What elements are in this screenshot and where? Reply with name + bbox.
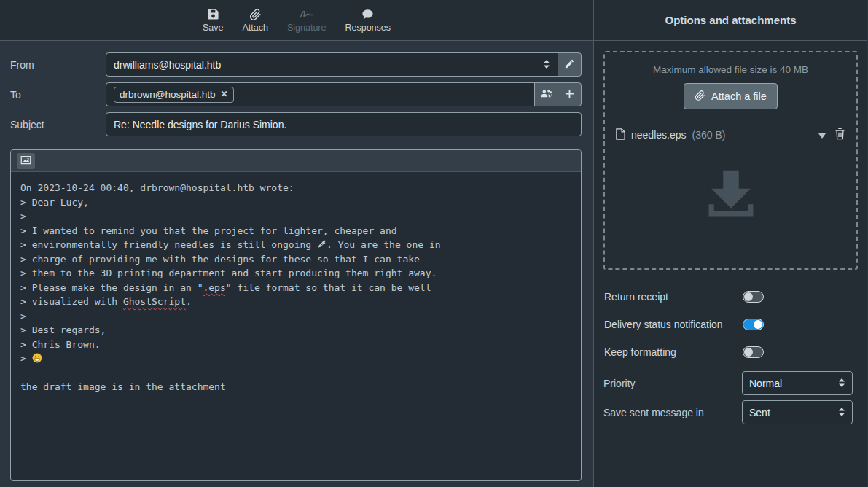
keep-formatting-row: Keep formatting	[603, 338, 858, 366]
paperclip-icon	[249, 8, 262, 20]
message-body-line: the draft image is in the attachment	[20, 380, 571, 394]
select-arrows-icon	[838, 378, 845, 389]
message-body-line: > Please make the design in an ".eps" fi…	[20, 281, 571, 295]
compose-pane: Save Attach Signature Responses From	[0, 0, 594, 487]
message-body-line: > Chris Brown.	[20, 338, 571, 352]
attachment-filename: needles.eps	[631, 129, 687, 141]
priority-value: Normal	[749, 378, 782, 389]
return-receipt-toggle[interactable]	[743, 291, 764, 303]
image-icon	[20, 155, 31, 167]
priority-select[interactable]: Normal	[742, 371, 853, 395]
remove-recipient-icon[interactable]: ✕	[221, 89, 228, 99]
attach-button-label: Attach	[243, 23, 268, 33]
message-body-line: > Best regards,	[20, 323, 571, 338]
message-body-textarea[interactable]: On 2023-10-24 00:40, drbrown@hospital.ht…	[11, 172, 581, 480]
to-label: To	[10, 89, 106, 101]
delivery-status-row: Delivery status notification	[603, 311, 858, 338]
subject-value: Re: Needle designs for Darius Simion.	[114, 119, 286, 130]
delivery-status-label: Delivery status notification	[604, 319, 723, 330]
message-body-line	[20, 366, 571, 381]
options-panel-title: Options and attachments	[594, 0, 867, 41]
address-book-button[interactable]	[534, 82, 558, 106]
editor-toolbar	[11, 150, 581, 172]
message-body-line: >	[20, 309, 571, 324]
priority-label: Priority	[603, 378, 636, 389]
plus-icon	[564, 88, 575, 101]
save-sent-row: Save sent message in Sent	[603, 400, 858, 424]
from-label: From	[10, 59, 106, 71]
recipient-chip-address: drbrown@hospital.htb	[120, 89, 216, 100]
attachment-dropzone[interactable]: Maximum allowed file size is 40 MB Attac…	[603, 51, 858, 270]
save-sent-select[interactable]: Sent	[742, 400, 853, 424]
save-sent-value: Sent	[749, 407, 770, 418]
delivery-status-toggle[interactable]	[743, 319, 764, 330]
max-file-size-note: Maximum allowed file size is 40 MB	[653, 64, 808, 75]
attach-button[interactable]: Attach	[243, 8, 268, 33]
message-body-line: >	[20, 209, 571, 224]
select-arrows-icon	[543, 59, 550, 71]
recipient-chip[interactable]: drbrown@hospital.htb ✕	[114, 87, 234, 103]
attach-a-file-label: Attach a file	[711, 90, 767, 102]
message-body-line: >	[20, 351, 571, 366]
smiley-emoji-icon	[32, 353, 42, 363]
signature-button: Signature	[287, 8, 327, 33]
paperclip-icon	[695, 90, 705, 103]
attachment-filesize: (360 B)	[692, 129, 726, 141]
message-body-line: > visualized with GhostScript.	[20, 295, 571, 309]
save-sent-label: Save sent message in	[603, 407, 704, 418]
attachment-item[interactable]: needles.eps (360 B)	[605, 128, 856, 142]
insert-image-button[interactable]	[17, 153, 35, 169]
contacts-icon	[540, 88, 553, 101]
return-receipt-label: Return receipt	[604, 291, 668, 303]
priority-row: Priority Normal	[603, 371, 858, 395]
subject-row: Subject Re: Needle designs for Darius Si…	[10, 112, 582, 136]
from-select[interactable]: drwilliams@hospital.htb	[106, 52, 558, 77]
compose-form: From drwilliams@hospital.htb To	[0, 41, 593, 487]
attach-a-file-button[interactable]: Attach a file	[684, 83, 778, 109]
responses-button-label: Responses	[345, 23, 391, 33]
subject-label: Subject	[10, 119, 106, 130]
message-body-line: > I wanted to remind you that the projec…	[20, 224, 571, 238]
from-value: drwilliams@hospital.htb	[114, 59, 221, 71]
keep-formatting-label: Keep formatting	[604, 346, 676, 358]
message-options: Return receipt Delivery status notificat…	[603, 283, 858, 424]
return-receipt-row: Return receipt	[603, 283, 858, 311]
edit-identity-button[interactable]	[558, 52, 582, 77]
pencil-icon	[564, 58, 575, 71]
message-editor: On 2023-10-24 00:40, drbrown@hospital.ht…	[10, 149, 582, 481]
options-pane: Options and attachments Maximum allowed …	[594, 0, 867, 487]
compose-toolbar: Save Attach Signature Responses	[0, 0, 593, 41]
from-row: From drwilliams@hospital.htb	[10, 52, 582, 77]
attachment-menu-caret-icon[interactable]	[818, 129, 826, 141]
message-body-line: > environmentally friendly needles is st…	[20, 238, 571, 252]
subject-input[interactable]: Re: Needle designs for Darius Simion.	[106, 112, 582, 136]
message-body-line: > charge of providing me with the design…	[20, 252, 571, 267]
syringe-emoji-icon	[317, 240, 327, 249]
to-input[interactable]: drbrown@hospital.htb ✕	[106, 82, 535, 106]
speech-bubble-icon	[361, 8, 374, 20]
signature-icon	[299, 8, 315, 20]
save-button-label: Save	[203, 23, 224, 33]
file-icon	[616, 128, 625, 142]
message-body-line: > them to the 3D printing department and…	[20, 266, 571, 281]
to-row: To drbrown@hospital.htb ✕	[10, 82, 582, 106]
save-icon	[207, 8, 219, 20]
delete-attachment-icon[interactable]	[834, 128, 845, 142]
select-arrows-icon	[838, 407, 845, 418]
message-body-line: On 2023-10-24 00:40, drbrown@hospital.ht…	[20, 181, 571, 195]
signature-button-label: Signature	[287, 23, 327, 33]
download-drop-icon	[700, 163, 762, 227]
add-recipient-button[interactable]	[558, 82, 582, 106]
responses-button[interactable]: Responses	[345, 8, 391, 33]
message-body-line: > Dear Lucy,	[20, 195, 571, 210]
keep-formatting-toggle[interactable]	[743, 346, 764, 358]
save-button[interactable]: Save	[203, 8, 224, 33]
